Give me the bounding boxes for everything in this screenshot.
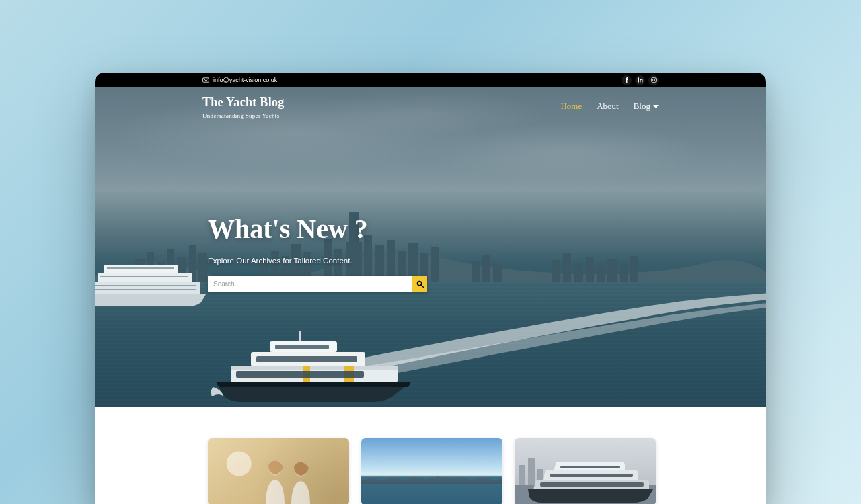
svg-rect-1 xyxy=(638,79,639,83)
brand[interactable]: The Yacht Blog Undersatanding Super Yach… xyxy=(202,95,285,119)
instagram-icon xyxy=(651,77,657,83)
svg-rect-67 xyxy=(560,466,620,468)
instagram-link[interactable] xyxy=(648,75,659,85)
hero-content: What's New ? Explore Our Archives for Ta… xyxy=(95,119,472,292)
svg-rect-63 xyxy=(528,458,535,485)
svg-rect-3 xyxy=(651,78,656,83)
nav-blog[interactable]: Blog xyxy=(634,101,659,112)
linkedin-link[interactable] xyxy=(635,75,645,85)
card-3[interactable] xyxy=(515,438,656,504)
svg-point-5 xyxy=(654,79,655,79)
hero-section: The Yacht Blog Undersatanding Super Yach… xyxy=(95,87,766,407)
contact-email[interactable]: info@yacht-vision.co.uk xyxy=(202,77,277,83)
main-nav: The Yacht Blog Undersatanding Super Yach… xyxy=(95,87,766,119)
card-2-image xyxy=(361,438,502,504)
svg-rect-62 xyxy=(519,465,525,485)
nav-blog-label: Blog xyxy=(634,101,650,112)
linkedin-icon xyxy=(638,77,643,83)
facebook-icon xyxy=(624,77,630,83)
hero-title: What's New ? xyxy=(208,213,472,245)
svg-line-58 xyxy=(420,284,422,286)
browser-frame: info@yacht-vision.co.uk xyxy=(95,73,766,504)
facebook-link[interactable] xyxy=(622,75,632,85)
social-links xyxy=(622,75,659,85)
svg-point-2 xyxy=(638,77,639,79)
nav-about[interactable]: About xyxy=(597,101,619,112)
svg-point-4 xyxy=(652,79,654,81)
brand-title: The Yacht Blog xyxy=(202,95,285,110)
search-input[interactable] xyxy=(208,276,412,292)
nav-home-label: Home xyxy=(560,101,582,112)
nav-home[interactable]: Home xyxy=(560,101,582,112)
brand-subtitle: Undersatanding Super Yachts xyxy=(202,112,285,119)
hero-subtitle: Explore Our Archives for Tailored Conten… xyxy=(208,257,472,265)
menu: Home About Blog xyxy=(560,95,659,112)
svg-point-60 xyxy=(295,464,307,477)
card-1[interactable] xyxy=(208,438,349,504)
cards-row xyxy=(95,407,766,504)
card-1-image xyxy=(208,438,349,504)
search-form xyxy=(208,276,427,292)
nav-about-label: About xyxy=(597,101,619,112)
svg-rect-65 xyxy=(540,482,644,487)
card-3-yacht-graphic xyxy=(515,438,656,504)
search-button[interactable] xyxy=(412,276,427,292)
email-text: info@yacht-vision.co.uk xyxy=(213,77,277,83)
card-2[interactable] xyxy=(361,438,502,504)
mail-icon xyxy=(202,77,209,83)
card-1-people-graphic xyxy=(256,458,330,504)
svg-rect-0 xyxy=(203,78,209,82)
chevron-down-icon xyxy=(653,105,659,108)
svg-rect-66 xyxy=(550,474,633,477)
search-icon xyxy=(416,280,424,288)
water-graphic xyxy=(95,282,766,407)
svg-point-59 xyxy=(269,462,281,476)
top-bar: info@yacht-vision.co.uk xyxy=(95,73,766,87)
